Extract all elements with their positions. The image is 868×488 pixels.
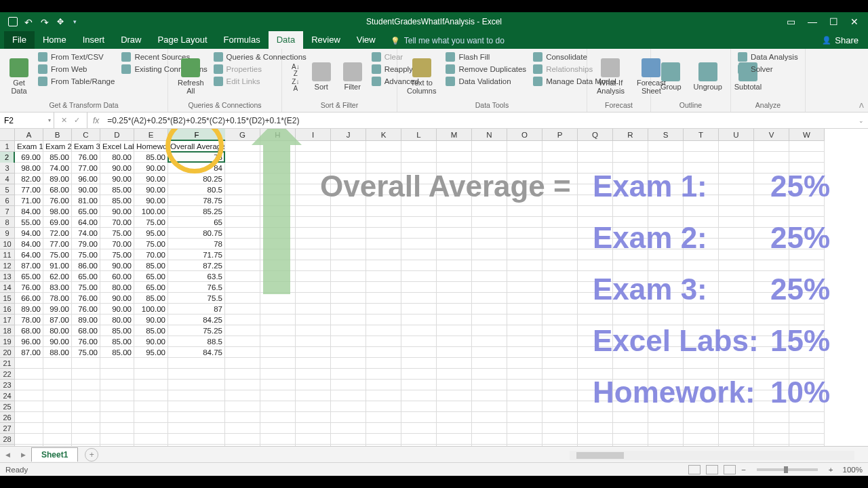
cell[interactable]: 90.00: [134, 174, 168, 184]
cell[interactable]: [225, 228, 260, 239]
col-header[interactable]: Q: [578, 129, 613, 141]
cell[interactable]: [366, 412, 401, 423]
cell[interactable]: [134, 434, 168, 445]
cell[interactable]: [225, 195, 260, 206]
tab-draw[interactable]: Draw: [113, 31, 149, 49]
cell[interactable]: [296, 336, 331, 347]
row-header[interactable]: 7: [0, 206, 15, 217]
cell[interactable]: [648, 163, 684, 174]
cell[interactable]: [789, 380, 825, 390]
cell[interactable]: 85.00: [100, 347, 134, 358]
cell[interactable]: [542, 412, 578, 423]
cell[interactable]: [648, 152, 684, 163]
cell[interactable]: 90.00: [134, 195, 168, 206]
cell[interactable]: 76.00: [72, 293, 100, 304]
cell[interactable]: 76.5: [168, 282, 225, 293]
cell[interactable]: [684, 434, 719, 445]
cell[interactable]: [296, 293, 331, 304]
cell[interactable]: [366, 282, 401, 293]
cell[interactable]: [472, 217, 507, 228]
cell[interactable]: [134, 380, 168, 390]
cell[interactable]: [684, 282, 719, 293]
cell[interactable]: 69.00: [15, 152, 43, 163]
cell[interactable]: [507, 206, 542, 217]
cell[interactable]: [225, 336, 260, 347]
cell[interactable]: [613, 304, 648, 314]
row-header-2-active[interactable]: 2: [0, 152, 15, 163]
cell[interactable]: [296, 434, 331, 445]
cell[interactable]: 65: [168, 217, 225, 228]
cell[interactable]: [225, 401, 260, 412]
cell[interactable]: [613, 380, 648, 390]
cell[interactable]: [542, 163, 578, 174]
cell[interactable]: [401, 401, 437, 412]
cell[interactable]: [648, 434, 684, 445]
cell[interactable]: [789, 423, 825, 434]
row-header[interactable]: 26: [0, 412, 15, 423]
cell[interactable]: [401, 293, 437, 304]
cell[interactable]: [578, 152, 613, 163]
ribbon-item-data-validation[interactable]: Data Validation: [444, 76, 528, 87]
ribbon-item-remove-duplicates[interactable]: Remove Duplicates: [444, 64, 528, 75]
cell[interactable]: [789, 260, 825, 271]
cell[interactable]: [648, 369, 684, 380]
cell[interactable]: [100, 423, 134, 434]
cell[interactable]: 85.00: [43, 152, 72, 163]
cell[interactable]: 80.00: [100, 314, 134, 325]
cell[interactable]: 90.00: [134, 184, 168, 195]
cell[interactable]: [613, 271, 648, 282]
tab-insert[interactable]: Insert: [75, 31, 113, 49]
cell[interactable]: 85.00: [134, 260, 168, 271]
sheet-nav-prev-icon[interactable]: ◀: [0, 451, 16, 458]
name-box[interactable]: F2: [0, 113, 54, 128]
cell[interactable]: [100, 401, 134, 412]
cell[interactable]: [789, 141, 825, 152]
cell[interactable]: [754, 293, 789, 304]
cell[interactable]: [331, 260, 366, 271]
az-sort-button[interactable]: A↓Z Z↓A: [288, 52, 304, 101]
cell[interactable]: [754, 174, 789, 184]
cell[interactable]: [578, 347, 613, 358]
cell[interactable]: 79.00: [72, 239, 100, 249]
row-header[interactable]: 20: [0, 347, 15, 358]
cell[interactable]: [401, 412, 437, 423]
cell[interactable]: [648, 141, 684, 152]
cell[interactable]: [613, 401, 648, 412]
cell[interactable]: [578, 412, 613, 423]
cell[interactable]: [613, 228, 648, 239]
cell[interactable]: [15, 434, 43, 445]
cell[interactable]: [542, 282, 578, 293]
ribbon-item-from-table-range[interactable]: From Table/Range: [37, 76, 116, 87]
cell[interactable]: [507, 239, 542, 249]
cell[interactable]: [754, 401, 789, 412]
cell[interactable]: [684, 347, 719, 358]
cell[interactable]: 65.00: [72, 271, 100, 282]
cell[interactable]: 84.00: [15, 239, 43, 249]
cell[interactable]: [648, 228, 684, 239]
cell[interactable]: [613, 152, 648, 163]
cell[interactable]: 87: [168, 304, 225, 314]
cell[interactable]: [225, 369, 260, 380]
col-header[interactable]: D: [100, 129, 134, 141]
cell[interactable]: [331, 163, 366, 174]
cell[interactable]: 76.00: [43, 195, 72, 206]
spreadsheet-grid[interactable]: ABCDEFGHIJKLMNOPQRSTUVW 1234567891011121…: [0, 129, 868, 446]
tab-formulas[interactable]: Formulas: [216, 31, 269, 49]
cell[interactable]: [43, 358, 72, 369]
cell[interactable]: [296, 195, 331, 206]
cell[interactable]: [613, 336, 648, 347]
ribbon-item-flash-fill[interactable]: Flash Fill: [444, 52, 528, 62]
cell[interactable]: [401, 347, 437, 358]
cell[interactable]: [719, 174, 754, 184]
cell[interactable]: [754, 358, 789, 369]
cell[interactable]: [719, 260, 754, 271]
cell[interactable]: [437, 358, 472, 369]
ribbon-item-solver[interactable]: Solver: [736, 64, 800, 75]
cell[interactable]: [613, 239, 648, 249]
cell[interactable]: 76.00: [72, 152, 100, 163]
cell[interactable]: [331, 282, 366, 293]
cell[interactable]: [789, 228, 825, 239]
cell[interactable]: [578, 228, 613, 239]
cell[interactable]: [100, 369, 134, 380]
cell[interactable]: [472, 434, 507, 445]
